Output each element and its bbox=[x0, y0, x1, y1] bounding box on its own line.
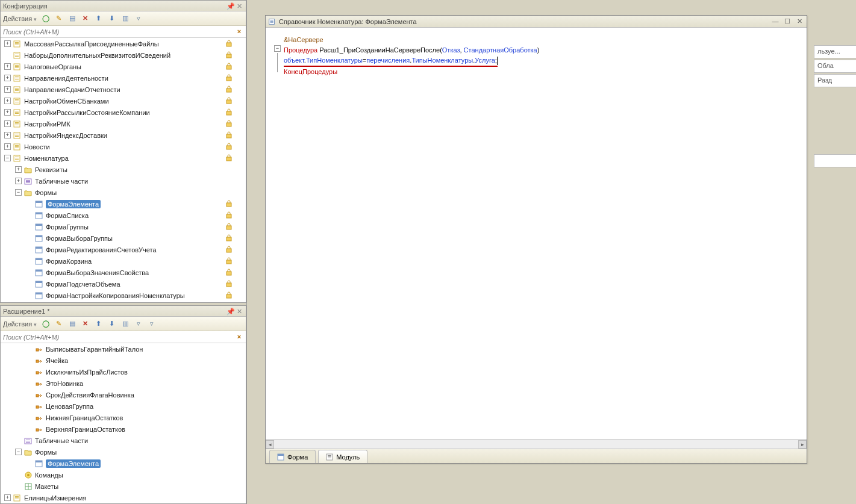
tree-row[interactable]: ФормаВыбораГруппы bbox=[1, 232, 246, 244]
tree-row[interactable]: ЦеноваяГруппа bbox=[1, 400, 246, 412]
move-up-button[interactable]: ⬆ bbox=[93, 319, 104, 329]
fold-toggle[interactable]: − bbox=[274, 45, 281, 52]
edit-button[interactable]: ✎ bbox=[54, 319, 64, 329]
svg-rect-90 bbox=[36, 394, 39, 397]
copy-button[interactable]: ▤ bbox=[67, 13, 78, 24]
expand-toggle[interactable]: + bbox=[4, 143, 11, 150]
move-up-button[interactable]: ⬆ bbox=[93, 13, 104, 24]
expand-toggle[interactable]: + bbox=[4, 75, 11, 81]
expand-toggle[interactable]: − bbox=[15, 449, 22, 455]
tree-row[interactable]: ФормаПодсчетаОбъема bbox=[1, 278, 246, 290]
tree-row[interactable]: +НалоговыеОрганы bbox=[1, 61, 246, 72]
pin-icon[interactable]: 📌 bbox=[226, 307, 235, 316]
filter-button[interactable]: ▿ bbox=[133, 13, 144, 24]
tree-row[interactable]: +НастройкиЯндексДоставки bbox=[1, 129, 246, 141]
attr-icon bbox=[34, 402, 44, 411]
tree-row[interactable]: +Реквизиты bbox=[1, 164, 246, 175]
add-button[interactable]: ◯ bbox=[40, 13, 51, 24]
expand-toggle[interactable]: + bbox=[4, 132, 11, 138]
extension-tree[interactable]: ВыписыватьГарантийныйТалонЯчейкаИсключит… bbox=[1, 343, 246, 503]
code-editor[interactable]: − &НаСервере Процедура Расш1_ПриСоздании… bbox=[266, 28, 807, 439]
tree-row[interactable]: +НаправленияДеятельности bbox=[1, 72, 246, 84]
properties-button[interactable]: ▥ bbox=[120, 319, 131, 329]
expand-toggle[interactable]: + bbox=[4, 494, 11, 501]
tree-row[interactable]: ФормаВыбораЗначенияСвойства bbox=[1, 267, 246, 278]
tree-row[interactable]: ФормаСписка bbox=[1, 210, 246, 221]
tree-row[interactable]: +НастройкиРассылкиСостояниеКомпании bbox=[1, 107, 246, 118]
tree-row[interactable]: ЭтоНовинка bbox=[1, 378, 246, 389]
expand-toggle[interactable]: + bbox=[4, 40, 11, 47]
tree-row[interactable]: −Формы bbox=[1, 446, 246, 458]
minimize-button[interactable]: — bbox=[770, 17, 780, 26]
move-down-button[interactable]: ⬇ bbox=[107, 319, 117, 329]
hscrollbar[interactable]: ◂ ▸ bbox=[266, 439, 807, 449]
tree-row[interactable]: −Номенклатура bbox=[1, 152, 246, 164]
tree-row[interactable]: Табличные части bbox=[1, 435, 246, 446]
tree-row[interactable]: Макеты bbox=[1, 481, 246, 492]
tree-row[interactable]: +МассоваяРассылкаПрисоединенныеФайлы bbox=[1, 38, 246, 49]
stub-cell[interactable]: Разд bbox=[814, 74, 856, 87]
svg-rect-88 bbox=[36, 372, 39, 374]
close-icon[interactable]: ✕ bbox=[235, 2, 243, 10]
tree-row[interactable]: НаборыДополнительныхРеквизитовИСведений bbox=[1, 49, 246, 61]
scroll-track[interactable] bbox=[283, 440, 790, 449]
maximize-button[interactable]: ☐ bbox=[783, 17, 792, 26]
scroll-right-icon[interactable]: ▸ bbox=[798, 440, 807, 449]
expand-toggle[interactable]: + bbox=[4, 63, 11, 70]
tree-row[interactable]: ФормаГруппы bbox=[1, 221, 246, 232]
tree-row[interactable]: Команды bbox=[1, 469, 246, 481]
close-button[interactable]: ✕ bbox=[795, 17, 804, 26]
delete-button[interactable]: ✕ bbox=[80, 319, 91, 329]
tab-module[interactable]: Модуль bbox=[318, 450, 367, 463]
tree-row[interactable]: ФормаНастройкиКопированияНоменклатуры bbox=[1, 290, 246, 301]
tree-row[interactable]: +НастройкиОбменСБанками bbox=[1, 95, 246, 107]
tab-form[interactable]: Форма bbox=[269, 450, 316, 463]
tree-row[interactable]: ИсключитьИзПрайсЛистов bbox=[1, 366, 246, 378]
expand-toggle[interactable]: + bbox=[15, 166, 22, 173]
editor-titlebar[interactable]: Справочник Номенклатура: ФормаЭлемента —… bbox=[266, 16, 807, 28]
filter-button[interactable]: ▿ bbox=[133, 319, 144, 329]
expand-toggle[interactable]: − bbox=[15, 189, 22, 196]
stub-cell[interactable]: Обла bbox=[814, 60, 856, 73]
edit-button[interactable]: ✎ bbox=[54, 13, 64, 24]
expand-toggle[interactable]: − bbox=[4, 155, 11, 161]
pin-icon[interactable]: 📌 bbox=[226, 2, 235, 10]
tree-row[interactable]: +НастройкиРМК bbox=[1, 118, 246, 129]
properties-button[interactable]: ▥ bbox=[120, 13, 131, 24]
tree-row[interactable]: +Новости bbox=[1, 141, 246, 152]
tree-row[interactable]: ВыписыватьГарантийныйТалон bbox=[1, 343, 246, 355]
tree-row[interactable]: СрокДействияФлагаНовинка bbox=[1, 389, 246, 400]
expand-toggle[interactable]: + bbox=[4, 120, 11, 127]
delete-button[interactable]: ✕ bbox=[80, 13, 91, 24]
tree-row[interactable]: НижняяГраницаОстатков bbox=[1, 412, 246, 423]
expand-toggle[interactable]: + bbox=[4, 109, 11, 116]
tree-row[interactable]: Ячейка bbox=[1, 355, 246, 366]
tree-row[interactable]: −Формы bbox=[1, 187, 246, 198]
tree-row[interactable]: ФормаЭлемента bbox=[1, 458, 246, 469]
close-icon[interactable]: ✕ bbox=[235, 307, 243, 316]
add-button[interactable]: ◯ bbox=[40, 319, 51, 329]
tree-row[interactable]: +НаправленияСдачиОтчетности bbox=[1, 84, 246, 95]
scroll-left-icon[interactable]: ◂ bbox=[266, 440, 274, 449]
tree-row[interactable]: ФормаРедактированияСчетовУчета bbox=[1, 244, 246, 255]
clear-search-icon[interactable]: × bbox=[235, 28, 243, 36]
tree-row[interactable]: ФормаКорзина bbox=[1, 255, 246, 267]
config-tree[interactable]: +МассоваяРассылкаПрисоединенныеФайлыНабо… bbox=[1, 38, 246, 302]
expand-toggle[interactable]: + bbox=[4, 98, 11, 104]
actions-menu[interactable]: Действия bbox=[3, 15, 37, 22]
filter2-button[interactable]: ▿ bbox=[146, 319, 157, 329]
clear-search-icon[interactable]: × bbox=[235, 333, 243, 341]
move-down-button[interactable]: ⬇ bbox=[107, 13, 117, 24]
expand-toggle[interactable]: + bbox=[4, 86, 11, 93]
tree-row[interactable]: ВерхняяГраницаОстатков bbox=[1, 423, 246, 435]
copy-button[interactable]: ▤ bbox=[67, 319, 78, 329]
expand-toggle[interactable]: + bbox=[15, 178, 22, 184]
cat-icon bbox=[13, 86, 22, 94]
tree-row[interactable]: +Табличные части bbox=[1, 175, 246, 187]
search-input[interactable] bbox=[3, 332, 235, 343]
actions-menu[interactable]: Действия bbox=[3, 320, 37, 328]
tree-row[interactable]: +ЕлиницыИзмерения bbox=[1, 492, 246, 503]
tree-row[interactable]: ФормаЭлемента bbox=[1, 198, 246, 210]
stub-cell[interactable]: льзуе... bbox=[814, 45, 856, 58]
search-input[interactable] bbox=[3, 26, 235, 37]
